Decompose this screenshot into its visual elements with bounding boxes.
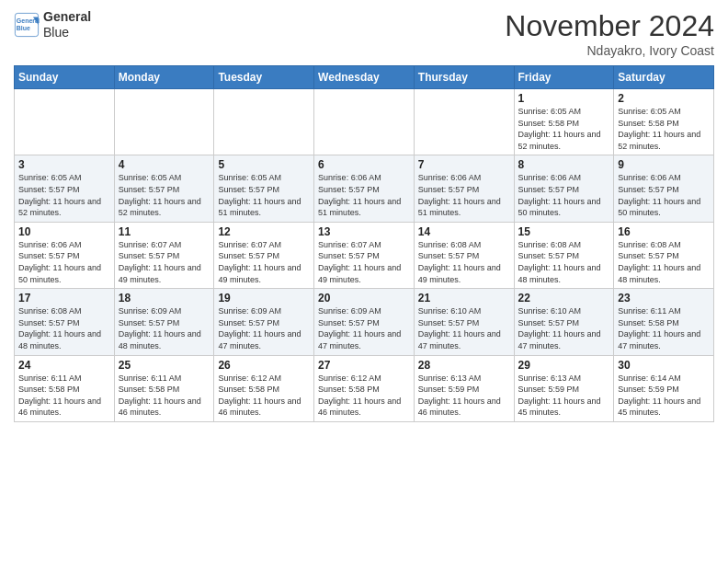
day-cell: 14Sunrise: 6:08 AM Sunset: 5:57 PM Dayli… [414, 222, 514, 288]
day-header-wednesday: Wednesday [314, 66, 415, 89]
day-cell: 26Sunrise: 6:12 AM Sunset: 5:58 PM Dayli… [214, 355, 314, 421]
day-header-tuesday: Tuesday [214, 66, 314, 89]
logo: General Blue General Blue [14, 9, 91, 40]
day-cell: 29Sunrise: 6:13 AM Sunset: 5:59 PM Dayli… [514, 355, 614, 421]
logo-icon: General Blue [14, 12, 40, 38]
day-number: 23 [618, 292, 710, 304]
day-info: Sunrise: 6:07 AM Sunset: 5:57 PM Dayligh… [218, 239, 310, 285]
calendar: SundayMondayTuesdayWednesdayThursdayFrid… [14, 65, 714, 422]
location: Ndayakro, Ivory Coast [505, 43, 714, 58]
day-number: 25 [119, 359, 210, 372]
day-number: 9 [618, 158, 710, 171]
day-cell: 30Sunrise: 6:14 AM Sunset: 5:59 PM Dayli… [614, 355, 714, 421]
day-info: Sunrise: 6:11 AM Sunset: 5:58 PM Dayligh… [618, 305, 710, 351]
day-number: 14 [418, 225, 510, 238]
day-number: 17 [18, 292, 110, 304]
day-info: Sunrise: 6:09 AM Sunset: 5:57 PM Dayligh… [218, 305, 310, 351]
day-cell: 19Sunrise: 6:09 AM Sunset: 5:57 PM Dayli… [214, 289, 314, 355]
day-info: Sunrise: 6:05 AM Sunset: 5:57 PM Dayligh… [218, 172, 310, 218]
logo-blue: Blue [43, 25, 91, 40]
day-info: Sunrise: 6:06 AM Sunset: 5:57 PM Dayligh… [618, 172, 710, 218]
day-cell: 15Sunrise: 6:08 AM Sunset: 5:57 PM Dayli… [514, 222, 614, 288]
day-info: Sunrise: 6:05 AM Sunset: 5:58 PM Dayligh… [618, 106, 710, 152]
day-info: Sunrise: 6:05 AM Sunset: 5:57 PM Dayligh… [18, 172, 110, 218]
day-cell: 21Sunrise: 6:10 AM Sunset: 5:57 PM Dayli… [414, 289, 514, 355]
day-number: 28 [418, 359, 510, 372]
day-cell: 10Sunrise: 6:06 AM Sunset: 5:57 PM Dayli… [15, 222, 115, 288]
day-cell: 8Sunrise: 6:06 AM Sunset: 5:57 PM Daylig… [514, 155, 614, 222]
week-row-4: 24Sunrise: 6:11 AM Sunset: 5:58 PM Dayli… [15, 355, 714, 421]
day-info: Sunrise: 6:11 AM Sunset: 5:58 PM Dayligh… [119, 373, 210, 419]
day-number: 29 [518, 359, 610, 372]
day-cell: 11Sunrise: 6:07 AM Sunset: 5:57 PM Dayli… [114, 222, 214, 288]
title-block: November 2024 Ndayakro, Ivory Coast [505, 9, 714, 58]
day-number: 22 [518, 292, 610, 304]
day-info: Sunrise: 6:08 AM Sunset: 5:57 PM Dayligh… [18, 305, 110, 351]
day-cell: 5Sunrise: 6:05 AM Sunset: 5:57 PM Daylig… [214, 155, 314, 222]
day-cell: 1Sunrise: 6:05 AM Sunset: 5:58 PM Daylig… [514, 89, 614, 155]
day-cell: 28Sunrise: 6:13 AM Sunset: 5:59 PM Dayli… [414, 355, 514, 421]
day-number: 8 [518, 158, 610, 171]
day-info: Sunrise: 6:06 AM Sunset: 5:57 PM Dayligh… [18, 239, 110, 285]
day-number: 11 [119, 225, 210, 238]
day-number: 19 [218, 292, 310, 304]
day-cell [114, 89, 214, 155]
day-info: Sunrise: 6:05 AM Sunset: 5:58 PM Dayligh… [518, 106, 610, 152]
day-number: 20 [318, 292, 410, 304]
day-number: 10 [18, 225, 110, 238]
day-info: Sunrise: 6:12 AM Sunset: 5:58 PM Dayligh… [218, 373, 310, 419]
day-info: Sunrise: 6:07 AM Sunset: 5:57 PM Dayligh… [318, 239, 410, 285]
day-cell: 16Sunrise: 6:08 AM Sunset: 5:57 PM Dayli… [614, 222, 714, 288]
day-info: Sunrise: 6:06 AM Sunset: 5:57 PM Dayligh… [518, 172, 610, 218]
day-number: 26 [218, 359, 310, 372]
day-info: Sunrise: 6:08 AM Sunset: 5:57 PM Dayligh… [618, 239, 710, 285]
logo-general: General [43, 9, 91, 25]
day-info: Sunrise: 6:11 AM Sunset: 5:58 PM Dayligh… [18, 373, 110, 419]
day-number: 7 [418, 158, 510, 171]
day-header-monday: Monday [114, 66, 214, 89]
day-number: 13 [318, 225, 410, 238]
day-number: 2 [618, 92, 710, 105]
day-cell: 27Sunrise: 6:12 AM Sunset: 5:58 PM Dayli… [314, 355, 415, 421]
day-number: 5 [218, 158, 310, 171]
day-number: 30 [618, 359, 710, 372]
day-number: 3 [18, 158, 110, 171]
day-info: Sunrise: 6:06 AM Sunset: 5:57 PM Dayligh… [318, 172, 410, 218]
month-title: November 2024 [505, 9, 714, 43]
day-number: 1 [518, 92, 610, 105]
day-number: 15 [518, 225, 610, 238]
day-cell: 17Sunrise: 6:08 AM Sunset: 5:57 PM Dayli… [15, 289, 115, 355]
day-cell: 23Sunrise: 6:11 AM Sunset: 5:58 PM Dayli… [614, 289, 714, 355]
day-cell: 4Sunrise: 6:05 AM Sunset: 5:57 PM Daylig… [114, 155, 214, 222]
day-info: Sunrise: 6:05 AM Sunset: 5:57 PM Dayligh… [119, 172, 210, 218]
day-info: Sunrise: 6:09 AM Sunset: 5:57 PM Dayligh… [318, 305, 410, 351]
day-cell: 3Sunrise: 6:05 AM Sunset: 5:57 PM Daylig… [15, 155, 115, 222]
day-cell [15, 89, 115, 155]
day-cell: 20Sunrise: 6:09 AM Sunset: 5:57 PM Dayli… [314, 289, 415, 355]
day-header-thursday: Thursday [414, 66, 514, 89]
day-cell: 18Sunrise: 6:09 AM Sunset: 5:57 PM Dayli… [114, 289, 214, 355]
day-cell: 7Sunrise: 6:06 AM Sunset: 5:57 PM Daylig… [414, 155, 514, 222]
day-header-sunday: Sunday [15, 66, 115, 89]
svg-text:Blue: Blue [17, 24, 30, 30]
week-row-2: 10Sunrise: 6:06 AM Sunset: 5:57 PM Dayli… [15, 222, 714, 288]
day-cell: 25Sunrise: 6:11 AM Sunset: 5:58 PM Dayli… [114, 355, 214, 421]
day-cell: 13Sunrise: 6:07 AM Sunset: 5:57 PM Dayli… [314, 222, 415, 288]
day-number: 27 [318, 359, 410, 372]
week-row-1: 3Sunrise: 6:05 AM Sunset: 5:57 PM Daylig… [15, 155, 714, 222]
calendar-header: SundayMondayTuesdayWednesdayThursdayFrid… [15, 66, 714, 89]
day-number: 12 [218, 225, 310, 238]
day-info: Sunrise: 6:12 AM Sunset: 5:58 PM Dayligh… [318, 373, 410, 419]
day-cell: 22Sunrise: 6:10 AM Sunset: 5:57 PM Dayli… [514, 289, 614, 355]
day-cell: 12Sunrise: 6:07 AM Sunset: 5:57 PM Dayli… [214, 222, 314, 288]
day-cell [214, 89, 314, 155]
day-cell: 9Sunrise: 6:06 AM Sunset: 5:57 PM Daylig… [614, 155, 714, 222]
day-cell: 2Sunrise: 6:05 AM Sunset: 5:58 PM Daylig… [614, 89, 714, 155]
day-number: 24 [18, 359, 110, 372]
day-info: Sunrise: 6:07 AM Sunset: 5:57 PM Dayligh… [119, 239, 210, 285]
day-info: Sunrise: 6:10 AM Sunset: 5:57 PM Dayligh… [518, 305, 610, 351]
logo-text: General Blue [43, 9, 91, 40]
day-info: Sunrise: 6:09 AM Sunset: 5:57 PM Dayligh… [119, 305, 210, 351]
day-number: 4 [119, 158, 210, 171]
day-number: 21 [418, 292, 510, 304]
